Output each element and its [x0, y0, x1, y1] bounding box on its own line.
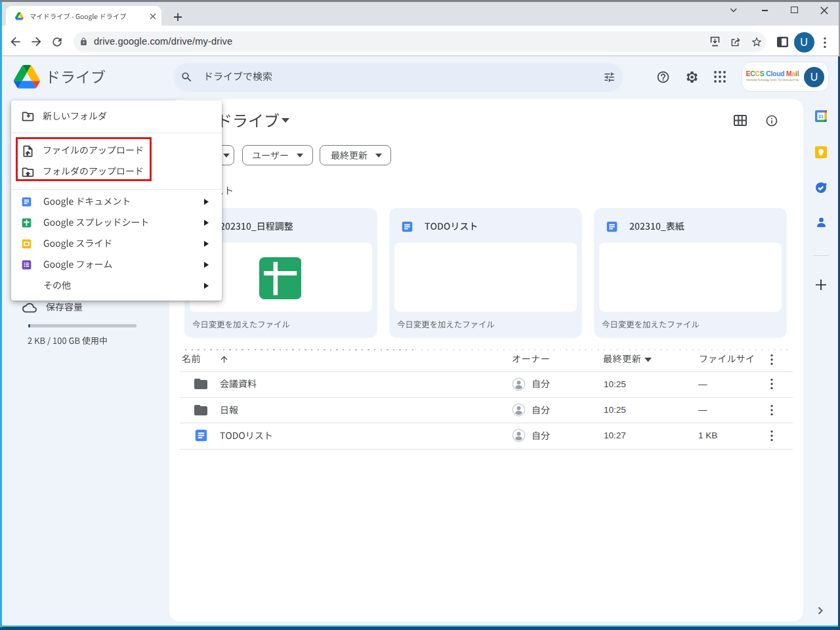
svg-text:31: 31 [818, 114, 824, 119]
